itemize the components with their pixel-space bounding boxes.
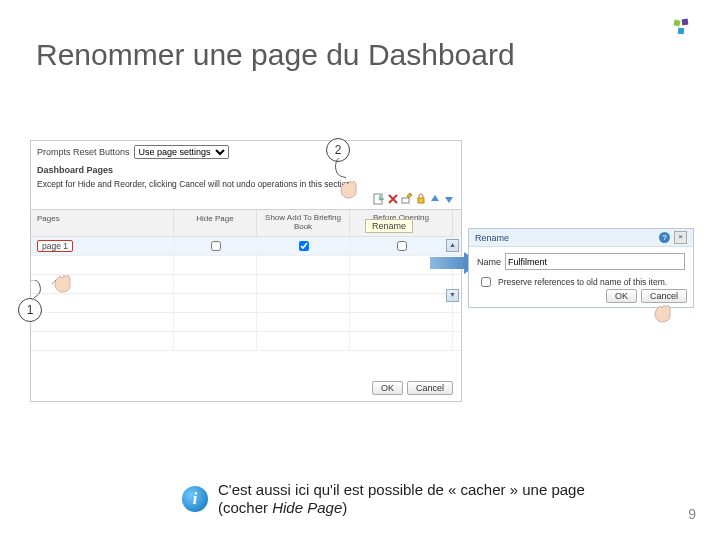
- col-header-briefing-book: Show Add To Briefing Book: [257, 210, 350, 237]
- prompts-reset-label: Prompts Reset Buttons: [37, 147, 130, 157]
- pointer-hand-icon: [648, 296, 678, 326]
- move-down-icon[interactable]: [443, 193, 455, 205]
- name-input[interactable]: [505, 253, 685, 270]
- help-icon[interactable]: ?: [659, 232, 670, 243]
- svg-rect-6: [418, 198, 424, 203]
- name-label: Name: [477, 257, 501, 267]
- svg-rect-1: [682, 19, 689, 26]
- pointer-hand-icon: [334, 172, 364, 202]
- svg-rect-2: [678, 28, 685, 35]
- delete-page-icon[interactable]: [387, 193, 399, 205]
- svg-text:+: +: [378, 196, 382, 203]
- pointer-hand-icon: [48, 266, 78, 296]
- permissions-icon[interactable]: [415, 193, 427, 205]
- dashboard-pages-note: Except for Hide and Reorder, clicking Ca…: [31, 177, 461, 191]
- table-row: [31, 256, 461, 275]
- page-number: 9: [688, 506, 696, 522]
- table-row: [31, 294, 461, 313]
- tip-note: i C'est aussi ici qu'il est possible de …: [182, 481, 602, 519]
- preserve-refs-checkbox[interactable]: [481, 277, 491, 287]
- move-up-icon[interactable]: [429, 193, 441, 205]
- tip-text: C'est aussi ici qu'il est possible de « …: [218, 481, 602, 519]
- close-icon[interactable]: ×: [674, 231, 687, 244]
- hide-page-checkbox[interactable]: [211, 241, 221, 251]
- col-header-pages: Pages: [31, 210, 174, 237]
- rename-tooltip: Rename: [365, 219, 413, 233]
- callout-1: 1: [18, 282, 44, 322]
- info-icon: i: [182, 486, 208, 512]
- add-page-icon[interactable]: +: [373, 193, 385, 205]
- svg-rect-0: [673, 19, 680, 26]
- page-name-cell[interactable]: page 1: [37, 240, 73, 252]
- slide-title: Renommer une page du Dashboard: [36, 38, 515, 72]
- col-header-hide: Hide Page: [174, 210, 257, 237]
- rename-ok-button[interactable]: OK: [606, 289, 637, 303]
- dashboard-pages-heading: Dashboard Pages: [31, 163, 461, 177]
- table-row: [31, 332, 461, 351]
- svg-rect-5: [402, 198, 409, 203]
- cancel-button[interactable]: Cancel: [407, 381, 453, 395]
- prompts-reset-select[interactable]: Use page settings: [134, 145, 229, 159]
- brand-logo: [672, 18, 692, 38]
- scroll-up-icon[interactable]: ▲: [446, 239, 459, 252]
- dashboard-properties-panel: Prompts Reset Buttons Use page settings …: [30, 140, 462, 402]
- rename-dialog-title: Rename: [475, 233, 509, 243]
- preserve-refs-label: Preserve references to old name of this …: [498, 277, 667, 287]
- briefing-book-checkbox[interactable]: [299, 241, 309, 251]
- table-row[interactable]: page 1: [31, 237, 461, 256]
- table-row: [31, 275, 461, 294]
- rename-page-icon[interactable]: [401, 193, 413, 205]
- before-open-checkbox[interactable]: [397, 241, 407, 251]
- table-row: [31, 313, 461, 332]
- pages-toolbar: +: [31, 191, 461, 207]
- scroll-down-icon[interactable]: ▼: [446, 289, 459, 302]
- ok-button[interactable]: OK: [372, 381, 403, 395]
